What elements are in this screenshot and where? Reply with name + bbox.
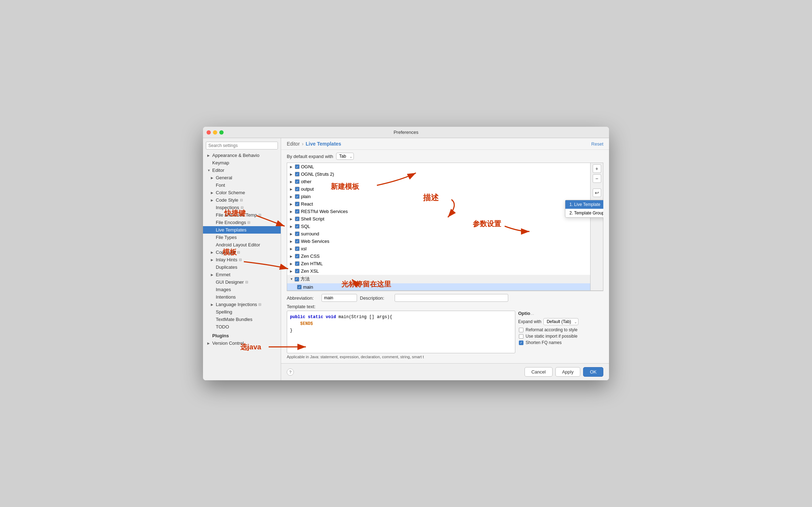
sidebar-item-live-templates[interactable]: ▶ Live Templates <box>203 226 281 234</box>
sidebar-item-copyright[interactable]: ▶ Copyright ⊟ <box>203 249 281 256</box>
tri-icon: ▶ <box>290 180 293 184</box>
template-item-main[interactable]: main <box>287 283 590 290</box>
arrow-icon: ▶ <box>211 191 214 195</box>
add-button[interactable]: + <box>593 164 601 173</box>
code-editor[interactable]: public static void main(String [] args){… <box>287 311 515 353</box>
template-group-output[interactable]: ▶ output <box>287 185 590 193</box>
sidebar-item-label: Spelling <box>216 309 232 315</box>
main-header: Editor › Live Templates Reset <box>281 138 609 150</box>
undo-button[interactable]: ↩ <box>593 189 601 197</box>
template-group-sql[interactable]: ▶ SQL <box>287 223 590 230</box>
template-group-xsl[interactable]: ▶ xsl <box>287 245 590 252</box>
expand-dropdown[interactable]: Tab <box>336 153 354 160</box>
arrow-icon: ▶ <box>211 251 214 254</box>
sidebar-item-inlay-hints[interactable]: ▶ Inlay Hints ⊟ <box>203 256 281 263</box>
group-label: surround <box>301 231 319 236</box>
expand-with-label: Expand with <box>518 319 541 324</box>
search-input[interactable] <box>206 142 278 149</box>
reformat-checkbox[interactable] <box>519 328 523 332</box>
sidebar-item-file-and-code-temp[interactable]: ▶ File and Code Temp ⊟ <box>203 211 281 219</box>
template-group-fangfa[interactable]: ▼ 方法 <box>287 275 590 283</box>
expand-with-dropdown[interactable]: Default (Tab) <box>543 318 578 325</box>
template-group-other[interactable]: ▶ other <box>287 178 590 185</box>
tri-icon: ▶ <box>290 240 293 243</box>
template-item-label: main <box>303 284 313 290</box>
arrow-down-icon: ▼ <box>207 169 211 172</box>
template-group-ognl[interactable]: ▶ OGNL <box>287 163 590 170</box>
sidebar-item-inspections[interactable]: ▶ Inspections ⊟ <box>203 204 281 211</box>
template-group-shell[interactable]: ▶ Shell Script <box>287 215 590 223</box>
expand-with-dropdown-wrapper: Default (Tab) <box>543 318 578 325</box>
menu-item-live-template[interactable]: 1. Live Template <box>565 200 604 209</box>
maximize-button[interactable] <box>219 130 224 135</box>
checkbox-icon <box>295 217 300 221</box>
template-group-ognl-struts[interactable]: ▶ OGNL (Struts 2) <box>287 170 590 178</box>
shorten-fq-checkbox[interactable] <box>519 340 523 345</box>
apply-button[interactable]: Apply <box>555 367 581 377</box>
sidebar-item-file-types[interactable]: ▶ File Types <box>203 234 281 241</box>
sidebar-item-textmate[interactable]: ▶ TextMate Bundles <box>203 316 281 323</box>
code-line-1: public static void main(String [] args){ <box>290 314 512 321</box>
checkbox-icon <box>297 285 302 289</box>
tri-icon: ▶ <box>290 232 293 236</box>
template-group-zen-css[interactable]: ▶ Zen CSS <box>287 252 590 260</box>
sidebar-item-gui-designer[interactable]: ▶ GUI Designer ⊟ <box>203 278 281 286</box>
menu-item-template-group[interactable]: 2. Template Group... <box>565 209 604 217</box>
checkbox-icon <box>295 164 300 169</box>
group-label: SQL <box>301 224 310 229</box>
sidebar-item-code-style[interactable]: ▶ Code Style ⊟ <box>203 196 281 204</box>
sidebar-item-duplicates[interactable]: ▶ Duplicates <box>203 263 281 271</box>
ok-button[interactable]: OK <box>583 367 603 377</box>
template-content-row: public static void main(String [] args){… <box>287 311 603 353</box>
tri-icon: ▶ <box>290 255 293 258</box>
remove-button[interactable]: − <box>593 174 601 183</box>
arrow-icon: ▶ <box>207 342 211 345</box>
sidebar-item-spelling[interactable]: ▶ Spelling <box>203 308 281 316</box>
help-button[interactable]: ? <box>287 369 294 376</box>
sidebar-item-general[interactable]: ▶ General <box>203 174 281 181</box>
tri-down-icon: ▼ <box>290 277 293 281</box>
template-group-surround[interactable]: ▶ surround <box>287 230 590 238</box>
sidebar-item-todo[interactable]: ▶ TODO <box>203 323 281 331</box>
sidebar-item-label: TODO <box>216 324 229 329</box>
sidebar-item-label: File and Code Temp <box>216 212 257 218</box>
reformat-row: Reformat according to style <box>518 327 603 332</box>
sidebar-item-color-scheme[interactable]: ▶ Color Scheme <box>203 189 281 196</box>
static-import-checkbox[interactable] <box>519 334 523 339</box>
sidebar-item-images[interactable]: ▶ Images <box>203 286 281 293</box>
description-input[interactable] <box>395 294 508 302</box>
sidebar-item-editor[interactable]: ▼ Editor <box>203 167 281 174</box>
sidebar: ▶ Appearance & Behavio ▶ Keymap ▼ Editor… <box>203 138 281 380</box>
template-group-react[interactable]: ▶ React <box>287 200 590 208</box>
template-group-plain[interactable]: ▶ plain <box>287 193 590 200</box>
main-panel: Editor › Live Templates Reset By default… <box>281 138 609 380</box>
reformat-label: Reformat according to style <box>526 327 577 332</box>
abbreviation-input[interactable] <box>322 294 357 302</box>
page-icon: ⊟ <box>258 302 261 306</box>
template-group-zen-html[interactable]: ▶ Zen HTML <box>287 260 590 267</box>
sidebar-item-plugins[interactable]: ▶ Plugins <box>203 332 281 339</box>
tri-icon: ▶ <box>290 195 293 198</box>
expand-with-row: By default expand with Tab <box>287 153 603 160</box>
template-group-restful[interactable]: ▶ RESTful Web Services <box>287 208 590 215</box>
options-title: Optio... <box>518 311 603 316</box>
sidebar-item-android-layout[interactable]: ▶ Android Layout Editor <box>203 241 281 249</box>
reset-button[interactable]: Reset <box>591 141 603 147</box>
cancel-button[interactable]: Cancel <box>525 367 552 377</box>
template-group-zen-xsl[interactable]: ▶ Zen XSL <box>287 267 590 275</box>
sidebar-item-emmet[interactable]: ▶ Emmet <box>203 271 281 278</box>
sidebar-item-language-injections[interactable]: ▶ Language Injections ⊟ <box>203 301 281 308</box>
sidebar-item-file-encodings[interactable]: ▶ File Encodings ⊟ <box>203 219 281 226</box>
tri-icon: ▶ <box>290 173 293 176</box>
page-icon: ⊟ <box>240 198 243 202</box>
sidebar-item-intentions[interactable]: ▶ Intentions <box>203 293 281 301</box>
close-button[interactable] <box>207 130 211 135</box>
sidebar-item-keymap[interactable]: ▶ Keymap <box>203 159 281 167</box>
tri-icon: ▶ <box>290 187 293 191</box>
sidebar-item-version-control[interactable]: ▶ Version Control <box>203 339 281 347</box>
sidebar-item-font[interactable]: ▶ Font <box>203 181 281 189</box>
sidebar-item-appearance[interactable]: ▶ Appearance & Behavio <box>203 152 281 159</box>
minimize-button[interactable] <box>213 130 217 135</box>
sidebar-item-label: Emmet <box>216 272 230 277</box>
template-group-webservices[interactable]: ▶ Web Services <box>287 238 590 245</box>
